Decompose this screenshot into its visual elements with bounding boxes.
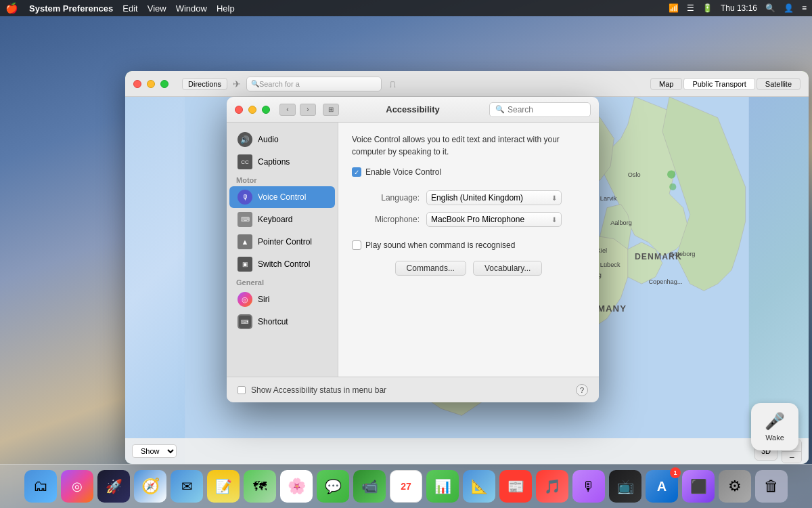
map-tab-map[interactable]: Map: [650, 78, 682, 90]
grid-button[interactable]: ⊞: [323, 104, 339, 116]
language-label: Language:: [352, 193, 420, 203]
sidebar-label-shortcut: Shortcut: [258, 317, 288, 326]
acc-window-title: Accessibility: [386, 104, 440, 114]
menu-help[interactable]: Help: [217, 3, 235, 14]
status-checkbox[interactable]: [238, 386, 246, 394]
apple-menu[interactable]: 🍎: [5, 2, 18, 14]
general-section-label: General: [227, 276, 338, 288]
sidebar-item-voice-control[interactable]: 🎙 Voice Control: [229, 186, 335, 208]
sidebar-item-audio[interactable]: 🔊 Audio: [229, 129, 335, 150]
enable-checkbox-row[interactable]: Enable Voice Control: [352, 167, 585, 177]
acc-search-input[interactable]: [508, 105, 585, 114]
sidebar-item-captions[interactable]: CC Captions: [229, 151, 335, 173]
audio-icon: 🔊: [238, 132, 252, 147]
language-select[interactable]: English (United Kingdom) ⬇: [426, 190, 562, 205]
play-sound-row[interactable]: Play sound when command is recognised: [352, 240, 585, 250]
acc-body: 🔊 Audio CC Captions Motor 🎙 Voice: [227, 123, 599, 377]
motor-section-label: Motor: [227, 173, 338, 186]
dock-item-keynote[interactable]: 📐: [463, 470, 495, 503]
acc-bottom-bar: Show Accessibility status in menu bar ?: [227, 377, 599, 402]
acc-main-content: Voice Control allows you to edit text an…: [338, 123, 599, 377]
enable-checkbox[interactable]: [352, 167, 361, 177]
dock-item-tv[interactable]: 📺: [609, 470, 641, 503]
sidebar-label-switch-control: Switch Control: [258, 259, 310, 269]
map-tab-satellite[interactable]: Satellite: [757, 78, 800, 90]
map-tab-public-transport[interactable]: Public Transport: [683, 78, 754, 90]
siri-icon: ◎: [238, 292, 252, 307]
commands-button[interactable]: Commands...: [395, 261, 466, 276]
sidebar-item-keyboard[interactable]: ⌨ Keyboard: [229, 209, 335, 230]
dock-item-app-store[interactable]: A 1: [646, 470, 678, 503]
language-value: English (United Kingdom): [431, 193, 523, 203]
sidebar-label-siri: Siri: [258, 295, 269, 304]
sidebar-item-pointer-control[interactable]: ▲ Pointer Control: [229, 231, 335, 253]
vocabulary-button[interactable]: Vocabulary...: [473, 261, 542, 276]
dock-item-photos[interactable]: 🌸: [280, 470, 313, 503]
dock-item-notchmeister[interactable]: ⬛: [682, 470, 715, 503]
microphone-select[interactable]: MacBook Pro Microphone ⬇: [426, 212, 562, 227]
sidebar-label-pointer-control: Pointer Control: [258, 237, 312, 247]
switch-control-icon: ▣: [238, 257, 252, 272]
dock-item-news[interactable]: 📰: [499, 470, 532, 503]
user-icon[interactable]: 👤: [784, 3, 794, 13]
pointer-control-icon: ▲: [238, 234, 252, 249]
wake-button[interactable]: 🎤 Wake: [751, 403, 798, 450]
maximize-button[interactable]: [262, 106, 270, 114]
siri-menu-icon[interactable]: ≡: [802, 3, 807, 13]
map-search-field[interactable]: 🔍 Search for a: [246, 77, 382, 91]
help-button[interactable]: ?: [576, 384, 588, 396]
sidebar-item-switch-control[interactable]: ▣ Switch Control: [229, 253, 335, 275]
control-center-icon[interactable]: ☰: [687, 3, 694, 13]
show-select[interactable]: Show: [132, 444, 177, 458]
accessibility-window: ‹ › ⊞ Accessibility 🔍 🔊 Audio CC: [227, 97, 599, 402]
sidebar-item-siri[interactable]: ◎ Siri: [229, 289, 335, 310]
minimize-button[interactable]: [248, 106, 256, 114]
dock-item-calendar[interactable]: 27: [390, 470, 422, 503]
dock-item-messages[interactable]: 💬: [317, 470, 349, 503]
dock-item-mail[interactable]: ✉: [171, 470, 203, 503]
map-traffic-lights: [133, 80, 168, 88]
menu-view[interactable]: View: [148, 3, 166, 14]
action-buttons: Commands... Vocabulary...: [352, 261, 585, 276]
acc-search-field[interactable]: 🔍: [489, 102, 591, 117]
sidebar-item-shortcut[interactable]: ⌨ Shortcut: [229, 311, 335, 333]
dock-item-trash[interactable]: 🗑: [755, 470, 788, 503]
play-sound-checkbox[interactable]: [352, 240, 361, 250]
menu-window[interactable]: Window: [176, 3, 207, 14]
menu-edit[interactable]: Edit: [122, 3, 137, 14]
language-dropdown-arrow: ⬇: [551, 194, 557, 202]
close-button[interactable]: [235, 106, 243, 114]
dock-item-finder[interactable]: 🗂: [24, 470, 57, 503]
dock-item-music[interactable]: 🎵: [536, 470, 568, 503]
shortcut-icon: ⌨: [238, 314, 252, 329]
dock-item-podcasts[interactable]: 🎙: [572, 470, 605, 503]
back-button[interactable]: ‹: [279, 104, 296, 116]
zoom-out-button[interactable]: −: [782, 452, 801, 463]
captions-icon: CC: [238, 154, 252, 169]
battery-indicator: 🔋: [702, 3, 713, 13]
directions-button[interactable]: Directions: [182, 78, 227, 90]
dock-item-siri[interactable]: ◎: [61, 470, 93, 503]
dock-item-launchpad[interactable]: 🚀: [97, 470, 130, 503]
forward-button[interactable]: ›: [300, 104, 316, 116]
app-name[interactable]: System Preferences: [29, 3, 113, 14]
close-button[interactable]: [133, 80, 141, 88]
dock-item-notes[interactable]: 📝: [207, 470, 240, 503]
play-sound-label: Play sound when command is recognised: [365, 240, 515, 250]
svg-point-27: [669, 184, 676, 190]
dock-item-safari[interactable]: 🧭: [134, 470, 166, 503]
search-icon[interactable]: 🔍: [765, 3, 775, 13]
microphone-dropdown-arrow: ⬇: [551, 216, 557, 224]
acc-search-icon: 🔍: [495, 105, 505, 114]
dock-item-numbers[interactable]: 📊: [426, 470, 459, 503]
dock-item-maps[interactable]: 🗺: [244, 470, 276, 503]
keyboard-icon: ⌨: [238, 212, 252, 227]
dock-item-facetime[interactable]: 📹: [353, 470, 386, 503]
maximize-button[interactable]: [160, 80, 168, 88]
map-titlebar: Directions ✈ 🔍 Search for a ⎍ Map Public…: [125, 71, 809, 97]
minimize-button[interactable]: [147, 80, 155, 88]
svg-text:Göteborg: Göteborg: [669, 251, 695, 257]
dock: 🗂 ◎ 🚀 🧭 ✉ 📝 🗺 🌸: [0, 464, 812, 508]
share-icon[interactable]: ⎍: [390, 79, 395, 89]
dock-item-system-preferences[interactable]: ⚙: [719, 470, 751, 503]
